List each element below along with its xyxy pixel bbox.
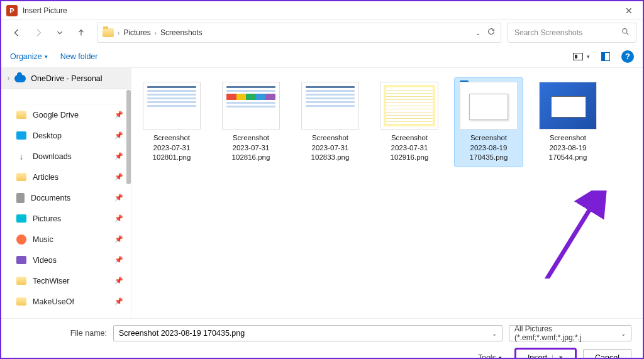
pin-icon: 📌 [114,256,123,264]
address-dropdown[interactable]: ⌄ [475,30,480,36]
powerpoint-icon: P [6,5,18,16]
sidebar-item-label: Google Drive [33,111,79,119]
filename-label: File name: [13,329,107,338]
sidebar-item-techwiser[interactable]: TechWiser📌 [1,270,131,291]
tools-button[interactable]: Tools▾ [478,353,502,359]
insert-button[interactable]: Insert ▼ [516,349,575,359]
sidebar-item-label: Music [33,235,53,244]
pin-icon: 📌 [114,111,123,119]
sidebar-item-documents[interactable]: Documents📌 [1,187,131,208]
filetype-select[interactable]: All Pictures (*.emf;*.wmf;*.jpg;*.j ⌄ [509,325,631,341]
breadcrumb-screenshots[interactable]: Screenshots [160,28,203,37]
address-bar[interactable]: › Pictures › Screenshots ⌄ [97,23,501,43]
chevron-right-icon: › [8,75,9,82]
chevron-right-icon: › [118,30,119,36]
file-grid[interactable]: Screenshot2023-07-31102801.pngScreenshot… [131,68,643,318]
back-button[interactable] [8,23,26,42]
breadcrumb-pictures[interactable]: Pictures [123,28,150,37]
sidebar-item-videos[interactable]: Videos📌 [1,250,131,270]
file-name: Screenshot2023-08-19170544.png [549,133,587,163]
file-name: Screenshot2023-08-19170435.png [470,133,508,163]
nav-bar: › Pictures › Screenshots ⌄ Search Screen… [1,20,643,45]
sidebar-item-label: Documents [31,194,70,202]
file-item[interactable]: Screenshot2023-07-31102801.png [138,78,206,167]
search-icon [621,28,630,38]
annotation-arrow [484,191,609,279]
sidebar-item-articles[interactable]: Articles📌 [1,167,131,187]
file-item[interactable]: Screenshot2023-08-19170544.png [534,78,602,167]
sidebar-item-google-drive[interactable]: Google Drive📌 [1,104,131,125]
search-input[interactable]: Search Screenshots [508,23,636,43]
onedrive-icon [14,75,26,82]
pin-icon: 📌 [114,152,123,160]
file-item[interactable]: Screenshot2023-07-31102816.png [217,78,285,167]
filename-input[interactable]: Screenshot 2023-08-19 170435.png ⌄ [113,325,502,341]
file-item[interactable]: Screenshot2023-07-31102916.png [375,78,443,167]
file-name: Screenshot2023-07-31102916.png [391,133,429,163]
chevron-right-icon: › [155,30,157,36]
filename-value: Screenshot 2023-08-19 170435.png [119,329,245,338]
title-bar: P Insert Picture ✕ [1,1,643,20]
window-title: Insert Picture [23,6,620,15]
pin-icon: 📌 [114,131,123,140]
sidebar-item-label: TechWiser [33,277,69,285]
dialog-footer: File name: Screenshot 2023-08-19 170435.… [1,318,643,359]
sidebar-item-desktop[interactable]: Desktop📌 [1,125,131,146]
refresh-button[interactable] [487,27,496,38]
pin-icon: 📌 [114,277,123,285]
svg-point-0 [623,29,627,33]
pin-icon: 📌 [114,214,123,223]
help-button[interactable]: ? [621,50,634,63]
file-name: Screenshot2023-07-31102833.png [311,133,350,163]
sidebar-item-onedrive[interactable]: › OneDrive - Personal [1,68,131,89]
view-mode-button[interactable]: ▾ [573,53,590,60]
sidebar-item-label: Videos [33,256,57,265]
filename-dropdown[interactable]: ⌄ [492,330,497,337]
forward-button[interactable] [29,23,48,42]
file-item[interactable]: Screenshot2023-07-31102833.png [296,78,364,167]
sidebar-item-label: OneDrive - Personal [31,74,102,83]
sidebar-item-downloads[interactable]: ↓Downloads📌 [1,146,131,167]
layout-icon [573,53,583,60]
sidebar-item-label: Desktop [33,131,62,140]
sidebar-item-music[interactable]: Music📌 [1,229,131,250]
pin-icon: 📌 [114,194,123,202]
pin-icon: 📌 [114,235,123,243]
organize-button[interactable]: Organize▾ [10,52,48,61]
insert-dropdown[interactable]: ▼ [552,355,564,359]
up-button[interactable] [72,23,91,42]
folder-icon [103,28,114,37]
cancel-button[interactable]: Cancel [583,349,631,359]
sidebar-item-label: Downloads [33,152,72,161]
close-button[interactable]: ✕ [620,3,638,18]
history-dropdown[interactable] [50,23,69,42]
sidebar-scrollbar[interactable] [126,90,131,184]
new-folder-button[interactable]: New folder [60,52,98,61]
pin-icon: 📌 [114,173,123,181]
sidebar-item-label: Articles [33,173,58,182]
sidebar: › OneDrive - Personal Google Drive📌Deskt… [1,68,131,318]
toolbar: Organize▾ New folder ▾ ? [1,45,643,68]
filetype-value: All Pictures (*.emf;*.wmf;*.jpg;*.j [514,324,621,342]
preview-pane-button[interactable] [601,52,610,61]
file-name: Screenshot2023-07-31102801.png [153,133,191,163]
svg-line-1 [528,203,594,279]
sidebar-item-label: MakeUseOf [33,297,74,306]
sidebar-item-label: Pictures [33,214,61,223]
search-placeholder: Search Screenshots [514,28,582,37]
sidebar-item-pictures[interactable]: Pictures📌 [1,208,131,229]
file-item[interactable]: ✓Screenshot2023-08-19170435.png [455,78,523,167]
pin-icon: 📌 [114,297,123,306]
sidebar-item-makeuseof[interactable]: MakeUseOf📌 [1,291,131,312]
file-name: Screenshot2023-07-31102816.png [232,133,270,163]
